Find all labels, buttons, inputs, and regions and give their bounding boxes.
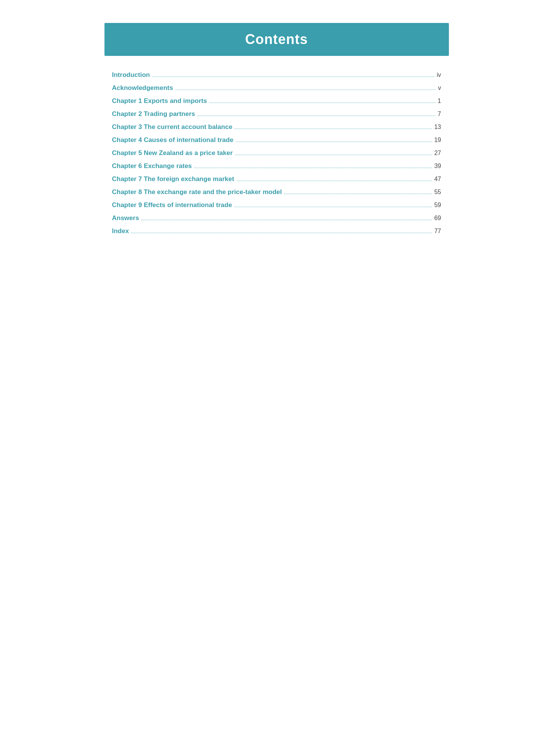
toc-dots [235, 129, 432, 129]
toc-entry-label: Chapter 2 Trading partners [112, 110, 195, 118]
toc-page-number: 27 [434, 150, 441, 157]
toc-dots [175, 90, 436, 90]
list-item: Chapter 5 New Zealand as a price taker27 [112, 149, 441, 157]
toc-page-number: 47 [434, 176, 441, 183]
toc-dots [152, 77, 434, 77]
toc-page-number: 77 [434, 228, 441, 235]
toc-dots [284, 194, 432, 194]
toc-dots [131, 233, 432, 233]
page-container: Contents IntroductionivAcknowledgementsv… [104, 0, 449, 235]
toc-dots [209, 103, 436, 103]
toc-entry-label: Chapter 8 The exchange rate and the pric… [112, 188, 282, 196]
toc-page-number: 1 [438, 98, 441, 105]
header-banner: Contents [104, 23, 449, 56]
toc-page-number: 69 [434, 215, 441, 222]
toc-entry-label: Chapter 9 Effects of international trade [112, 201, 232, 209]
toc-dots [141, 220, 432, 220]
toc-page-number: iv [437, 72, 441, 78]
toc-page-number: 39 [434, 163, 441, 170]
toc-page-number: 13 [434, 124, 441, 131]
toc-dots [235, 155, 432, 155]
toc-entry-label: Acknowledgements [112, 84, 173, 92]
list-item: Answers69 [112, 214, 441, 222]
list-item: Chapter 2 Trading partners7 [112, 110, 441, 118]
toc-dots [197, 116, 436, 116]
list-item: Index77 [112, 227, 441, 235]
list-item: Chapter 4 Causes of international trade1… [112, 136, 441, 144]
toc-entry-label: Chapter 3 The current account balance [112, 123, 233, 131]
toc-entry-label: Chapter 1 Exports and imports [112, 97, 207, 105]
list-item: Chapter 6 Exchange rates39 [112, 162, 441, 170]
toc-entry-label: Answers [112, 214, 139, 222]
toc-page-number: 59 [434, 202, 441, 209]
toc-entry-label: Chapter 6 Exchange rates [112, 162, 192, 170]
toc-dots [237, 181, 432, 181]
table-of-contents: IntroductionivAcknowledgementsvChapter 1… [104, 71, 449, 235]
list-item: Chapter 1 Exports and imports1 [112, 97, 441, 105]
toc-entry-label: Chapter 5 New Zealand as a price taker [112, 149, 233, 157]
toc-page-number: 55 [434, 189, 441, 196]
toc-page-number: v [438, 85, 441, 91]
toc-entry-label: Introduction [112, 71, 150, 79]
toc-dots [194, 168, 432, 168]
toc-entry-label: Chapter 4 Causes of international trade [112, 136, 233, 144]
toc-dots [234, 207, 432, 207]
list-item: Chapter 3 The current account balance13 [112, 123, 441, 131]
list-item: Chapter 8 The exchange rate and the pric… [112, 188, 441, 196]
toc-entry-label: Index [112, 227, 129, 235]
toc-dots [236, 142, 432, 142]
toc-page-number: 7 [438, 111, 441, 118]
toc-entry-label: Chapter 7 The foreign exchange market [112, 175, 234, 183]
list-item: Introductioniv [112, 71, 441, 79]
toc-page-number: 19 [434, 137, 441, 144]
list-item: Acknowledgementsv [112, 84, 441, 92]
list-item: Chapter 9 Effects of international trade… [112, 201, 441, 209]
page-title: Contents [120, 31, 434, 47]
list-item: Chapter 7 The foreign exchange market47 [112, 175, 441, 183]
